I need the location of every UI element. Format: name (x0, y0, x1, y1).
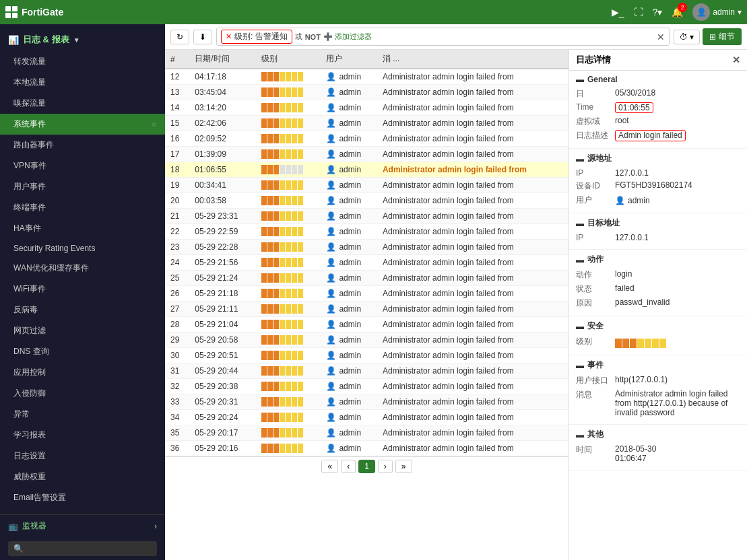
table-row[interactable]: 3005-29 20:51👤adminAdministrator admin l… (165, 348, 569, 363)
device-value: FGT5HD3916802174 (615, 180, 692, 192)
cell-user: 👤admin (321, 85, 377, 100)
table-row[interactable]: 2105-29 23:31👤adminAdministrator admin l… (165, 209, 569, 224)
cell-datetime: 01:39:09 (189, 147, 256, 162)
other-collapse-icon: ▬ (576, 430, 584, 440)
general-date-row: 日 05/30/2018 (576, 88, 740, 100)
user-icon: 👤 (326, 227, 336, 236)
sidebar-item-vpn-events[interactable]: VPN事件 (0, 155, 165, 176)
detail-close-button[interactable]: ✕ (732, 55, 740, 65)
table-row[interactable]: 3305-29 20:31👤adminAdministrator admin l… (165, 394, 569, 410)
sidebar-item-endpoint-events[interactable]: 终端事件 (0, 197, 165, 218)
cell-num: 14 (165, 100, 189, 116)
sidebar-item-ips[interactable]: 入侵防御 (0, 383, 165, 404)
sidebar-item-security-rating[interactable]: Security Rating Events (0, 239, 165, 258)
user-icon: 👤 (326, 382, 336, 391)
table-row[interactable]: 1502:42:06👤adminAdministrator admin logi… (165, 116, 569, 131)
sidebar-item-anomaly[interactable]: 异常 (0, 404, 165, 425)
first-page-button[interactable]: « (321, 460, 338, 473)
sidebar-item-system-events[interactable]: 系统事件 ☆ (0, 114, 165, 135)
source-title: 源地址 (587, 153, 612, 164)
cell-msg: Administrator admin login failed from (377, 147, 569, 162)
table-row[interactable]: 2305-29 22:28👤adminAdministrator admin l… (165, 240, 569, 255)
cell-msg: Administrator admin login failed from (377, 193, 569, 209)
sidebar-item-antivirus[interactable]: 反病毒 (0, 300, 165, 320)
sidebar-item-learning-report[interactable]: 学习报表 (0, 425, 165, 446)
sidebar-item-email-alerts[interactable]: Email告警设置 (0, 487, 165, 508)
user-icon: 👤 (326, 72, 336, 81)
date-label: 日 (576, 88, 610, 100)
rating-bar (261, 103, 315, 112)
terminal-icon[interactable]: ▶_ (612, 7, 624, 18)
refresh-button[interactable]: ↻ (170, 30, 189, 44)
cell-datetime: 05-29 22:28 (189, 240, 256, 255)
help-icon[interactable]: ?▾ (653, 7, 663, 18)
sidebar-item-forward-traffic[interactable]: 转发流量 (0, 51, 165, 72)
sidebar-item-wan-events[interactable]: WAN优化和缓存事件 (0, 258, 165, 279)
cell-msg: Administrator admin login failed from (377, 224, 569, 240)
monitor-icon: 📺 (8, 522, 18, 531)
rating-bar (261, 366, 315, 376)
table-row[interactable]: 2705-29 21:11👤adminAdministrator admin l… (165, 302, 569, 317)
sidebar-item-app-control[interactable]: 应用控制 (0, 362, 165, 383)
last-page-button[interactable]: » (395, 460, 412, 473)
sidebar-item-router-events[interactable]: 路由器事件 (0, 135, 165, 155)
cell-msg: Administrator admin login failed from (377, 85, 569, 100)
table-row[interactable]: 2505-29 21:24👤adminAdministrator admin l… (165, 271, 569, 286)
user-menu[interactable]: 👤 admin ▾ (692, 3, 742, 21)
table-row[interactable]: 1303:45:04👤adminAdministrator admin logi… (165, 85, 569, 100)
table-row[interactable]: 2205-29 22:59👤adminAdministrator admin l… (165, 224, 569, 240)
time-icon: ⏱ (680, 32, 688, 42)
sidebar-item-log-settings[interactable]: 日志设置 (0, 446, 165, 466)
sidebar-item-wifi-events[interactable]: WiFi事件 (0, 279, 165, 300)
table-row[interactable]: 1204:17:18👤adminAdministrator admin logi… (165, 69, 569, 85)
filter-close-icon[interactable]: ✕ (226, 32, 232, 41)
table-row[interactable]: 1602:09:52👤adminAdministrator admin logi… (165, 131, 569, 147)
time-filter-button[interactable]: ⏱ ▾ (674, 30, 700, 44)
table-row[interactable]: 2000:03:58👤adminAdministrator admin logi… (165, 193, 569, 209)
download-button[interactable]: ⬇ (193, 30, 212, 44)
detail-button[interactable]: ⊞ 细节 (703, 28, 742, 45)
bell-icon[interactable]: 🔔 2 (672, 7, 683, 18)
filter-clear-button[interactable]: ✕ (657, 32, 665, 42)
table-row[interactable]: 3605-29 20:16👤adminAdministrator admin l… (165, 441, 569, 456)
current-page-button[interactable]: 1 (358, 460, 375, 473)
event-msg-value: Administrator admin login failed from ht… (615, 389, 740, 417)
user-icon: 👤 (326, 258, 336, 267)
sidebar-header[interactable]: 📊 日志 & 报表 ▼ (0, 28, 165, 51)
sidebar-item-user-events[interactable]: 用户事件 (0, 176, 165, 197)
sidebar-item-web-filter[interactable]: 网页过滤 (0, 320, 165, 341)
other-time-value: 2018-05-30 01:06:47 (615, 444, 656, 463)
col-user: 用户 (321, 50, 377, 69)
sidebar-item-local-traffic[interactable]: 本地流量 (0, 72, 165, 93)
next-page-button[interactable]: › (378, 460, 393, 473)
user-icon: 👤 (326, 180, 336, 190)
table-row[interactable]: 1403:14:20👤adminAdministrator admin logi… (165, 100, 569, 116)
table-row[interactable]: 1701:39:09👤adminAdministrator admin logi… (165, 147, 569, 162)
table-row[interactable]: 2405-29 21:56👤adminAdministrator admin l… (165, 255, 569, 271)
cell-msg: Administrator admin login failed from (377, 209, 569, 224)
table-row[interactable]: 2805-29 21:04👤adminAdministrator admin l… (165, 317, 569, 332)
table-row[interactable]: 3105-29 20:44👤adminAdministrator admin l… (165, 363, 569, 379)
prev-page-button[interactable]: ‹ (341, 460, 356, 473)
table-row[interactable]: 2605-29 21:18👤adminAdministrator admin l… (165, 286, 569, 302)
table-row[interactable]: 3205-29 20:38👤adminAdministrator admin l… (165, 379, 569, 394)
sidebar-item-threat-weight[interactable]: 威胁权重 (0, 466, 165, 487)
cell-msg: Administrator admin login failed from (377, 240, 569, 255)
sidebar-item-dns[interactable]: DNS 查询 (0, 341, 165, 362)
sidebar-item-sniff-traffic[interactable]: 嗅探流量 (0, 93, 165, 114)
table-row[interactable]: 3405-29 20:24👤adminAdministrator admin l… (165, 410, 569, 425)
filter-add-button[interactable]: ➕ 添加过滤器 (323, 32, 372, 42)
table-row[interactable]: 1801:06:55👤adminAdministrator admin logi… (165, 162, 569, 178)
table-row[interactable]: 3505-29 20:17👤adminAdministrator admin l… (165, 425, 569, 441)
user-icon: 👤 (326, 242, 336, 252)
sidebar-search-input[interactable] (8, 541, 157, 556)
sidebar-monitor[interactable]: 📺 监视器 › (0, 514, 165, 537)
expand-icon[interactable]: ⛶ (634, 7, 643, 18)
table-row[interactable]: 2905-29 20:58👤adminAdministrator admin l… (165, 332, 569, 348)
table-row[interactable]: 1900:34:41👤adminAdministrator admin logi… (165, 178, 569, 193)
filter-tag[interactable]: ✕ 级别: 告警通知 (221, 30, 292, 44)
sidebar-item-ha-events[interactable]: HA事件 (0, 218, 165, 239)
logo: FortiGate (5, 6, 63, 18)
cell-datetime: 05-29 21:18 (189, 286, 256, 302)
cell-datetime: 05-29 21:24 (189, 271, 256, 286)
